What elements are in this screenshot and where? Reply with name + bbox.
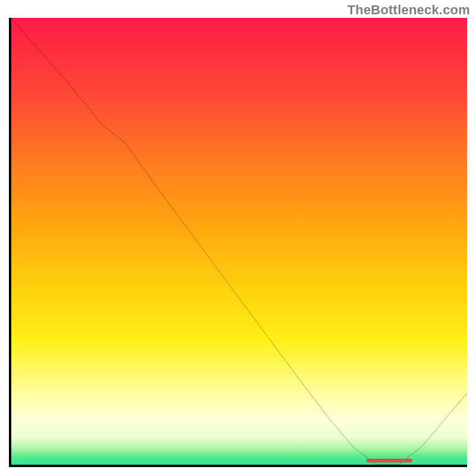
curve-path: [11, 18, 467, 465]
plot-area: [9, 18, 467, 467]
chart-container: TheBottleneck.com: [0, 0, 476, 476]
watermark-text: TheBottleneck.com: [347, 2, 470, 18]
optimal-range-marker: [367, 459, 412, 462]
line-curve: [11, 18, 467, 465]
